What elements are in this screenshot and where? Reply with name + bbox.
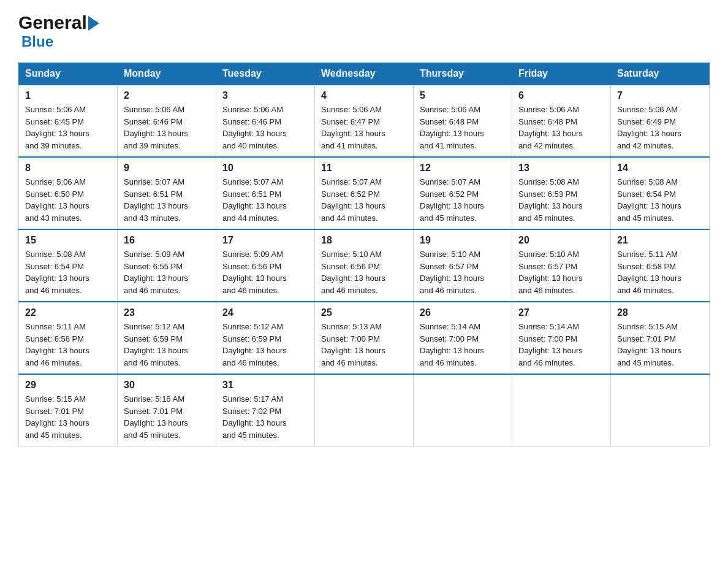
calendar-cell [512,374,611,446]
calendar-cell: 24Sunrise: 5:12 AMSunset: 6:59 PMDayligh… [216,302,315,374]
day-info: Sunrise: 5:15 AMSunset: 7:01 PMDaylight:… [617,321,703,369]
logo-general-text: General [18,12,87,33]
calendar-cell: 2Sunrise: 5:06 AMSunset: 6:46 PMDaylight… [118,85,216,157]
day-number: 7 [617,90,703,101]
calendar-cell [315,374,414,446]
day-info: Sunrise: 5:06 AMSunset: 6:49 PMDaylight:… [617,104,703,151]
calendar-cell: 10Sunrise: 5:07 AMSunset: 6:51 PMDayligh… [216,157,315,229]
calendar-cell: 12Sunrise: 5:07 AMSunset: 6:52 PMDayligh… [414,157,512,229]
day-info: Sunrise: 5:12 AMSunset: 6:59 PMDaylight:… [124,321,210,369]
calendar-week-row: 1Sunrise: 5:06 AMSunset: 6:45 PMDaylight… [19,85,710,157]
day-info: Sunrise: 5:07 AMSunset: 6:52 PMDaylight:… [420,176,506,224]
day-info: Sunrise: 5:07 AMSunset: 6:51 PMDaylight:… [222,176,308,224]
calendar-cell: 19Sunrise: 5:10 AMSunset: 6:57 PMDayligh… [414,229,512,302]
calendar-cell: 23Sunrise: 5:12 AMSunset: 6:59 PMDayligh… [118,302,216,374]
calendar-cell: 3Sunrise: 5:06 AMSunset: 6:46 PMDaylight… [216,85,315,157]
day-info: Sunrise: 5:10 AMSunset: 6:57 PMDaylight:… [518,248,604,296]
calendar-cell: 20Sunrise: 5:10 AMSunset: 6:57 PMDayligh… [512,229,611,302]
calendar-cell: 30Sunrise: 5:16 AMSunset: 7:01 PMDayligh… [118,374,216,446]
day-number: 26 [420,307,506,318]
calendar-cell: 29Sunrise: 5:15 AMSunset: 7:01 PMDayligh… [19,374,118,446]
calendar-week-row: 8Sunrise: 5:06 AMSunset: 6:50 PMDaylight… [19,157,710,229]
calendar-cell: 8Sunrise: 5:06 AMSunset: 6:50 PMDaylight… [19,157,118,229]
day-info: Sunrise: 5:14 AMSunset: 7:00 PMDaylight:… [420,321,506,369]
day-number: 30 [124,380,210,391]
day-info: Sunrise: 5:06 AMSunset: 6:48 PMDaylight:… [518,104,604,151]
day-info: Sunrise: 5:17 AMSunset: 7:02 PMDaylight:… [222,393,308,441]
day-info: Sunrise: 5:06 AMSunset: 6:46 PMDaylight:… [124,104,210,151]
calendar-cell: 21Sunrise: 5:11 AMSunset: 6:58 PMDayligh… [611,229,710,302]
calendar-cell: 6Sunrise: 5:06 AMSunset: 6:48 PMDaylight… [512,85,611,157]
calendar-cell: 28Sunrise: 5:15 AMSunset: 7:01 PMDayligh… [611,302,710,374]
calendar-header-monday: Monday [118,63,216,85]
day-number: 4 [321,90,407,101]
day-number: 10 [222,163,308,174]
day-number: 1 [25,90,111,101]
day-number: 27 [518,307,604,318]
day-info: Sunrise: 5:06 AMSunset: 6:45 PMDaylight:… [25,104,111,151]
day-number: 24 [222,307,308,318]
calendar-cell [611,374,710,446]
logo-blue-text: Blue [21,33,53,50]
calendar-header-sunday: Sunday [19,63,118,85]
calendar-cell: 4Sunrise: 5:06 AMSunset: 6:47 PMDaylight… [315,85,414,157]
calendar-week-row: 29Sunrise: 5:15 AMSunset: 7:01 PMDayligh… [19,374,710,446]
calendar-header-saturday: Saturday [611,63,710,85]
calendar-cell: 25Sunrise: 5:13 AMSunset: 7:00 PMDayligh… [315,302,414,374]
day-info: Sunrise: 5:09 AMSunset: 6:56 PMDaylight:… [222,248,308,296]
day-info: Sunrise: 5:16 AMSunset: 7:01 PMDaylight:… [124,393,210,441]
calendar-week-row: 15Sunrise: 5:08 AMSunset: 6:54 PMDayligh… [19,229,710,302]
day-info: Sunrise: 5:07 AMSunset: 6:52 PMDaylight:… [321,176,407,224]
calendar-cell: 26Sunrise: 5:14 AMSunset: 7:00 PMDayligh… [414,302,512,374]
day-number: 14 [617,163,703,174]
calendar-cell: 22Sunrise: 5:11 AMSunset: 6:58 PMDayligh… [19,302,118,374]
day-number: 19 [420,235,506,246]
calendar-table: SundayMondayTuesdayWednesdayThursdayFrid… [18,63,710,446]
day-info: Sunrise: 5:14 AMSunset: 7:00 PMDaylight:… [518,321,604,369]
calendar-header-thursday: Thursday [414,63,512,85]
logo-text: General [18,12,99,33]
day-number: 18 [321,235,407,246]
logo: General Blue [18,12,99,50]
day-number: 13 [518,163,604,174]
calendar-cell [414,374,512,446]
day-info: Sunrise: 5:08 AMSunset: 6:53 PMDaylight:… [518,176,604,224]
day-number: 20 [518,235,604,246]
day-info: Sunrise: 5:09 AMSunset: 6:55 PMDaylight:… [124,248,210,296]
calendar-header-row: SundayMondayTuesdayWednesdayThursdayFrid… [19,63,710,85]
day-info: Sunrise: 5:15 AMSunset: 7:01 PMDaylight:… [25,393,111,441]
day-info: Sunrise: 5:10 AMSunset: 6:57 PMDaylight:… [420,248,506,296]
calendar-cell: 7Sunrise: 5:06 AMSunset: 6:49 PMDaylight… [611,85,710,157]
day-number: 17 [222,235,308,246]
day-number: 28 [617,307,703,318]
calendar-cell: 27Sunrise: 5:14 AMSunset: 7:00 PMDayligh… [512,302,611,374]
calendar-cell: 16Sunrise: 5:09 AMSunset: 6:55 PMDayligh… [118,229,216,302]
day-number: 5 [420,90,506,101]
calendar-cell: 1Sunrise: 5:06 AMSunset: 6:45 PMDaylight… [19,85,118,157]
calendar-cell: 5Sunrise: 5:06 AMSunset: 6:48 PMDaylight… [414,85,512,157]
day-info: Sunrise: 5:06 AMSunset: 6:48 PMDaylight:… [420,104,506,151]
calendar-cell: 31Sunrise: 5:17 AMSunset: 7:02 PMDayligh… [216,374,315,446]
day-info: Sunrise: 5:06 AMSunset: 6:50 PMDaylight:… [25,176,111,224]
day-number: 6 [518,90,604,101]
day-number: 3 [222,90,308,101]
day-number: 31 [222,380,308,391]
calendar-cell: 15Sunrise: 5:08 AMSunset: 6:54 PMDayligh… [19,229,118,302]
day-info: Sunrise: 5:07 AMSunset: 6:51 PMDaylight:… [124,176,210,224]
day-number: 2 [124,90,210,101]
day-number: 11 [321,163,407,174]
calendar-header-wednesday: Wednesday [315,63,414,85]
calendar-cell: 18Sunrise: 5:10 AMSunset: 6:56 PMDayligh… [315,229,414,302]
day-info: Sunrise: 5:12 AMSunset: 6:59 PMDaylight:… [222,321,308,369]
day-number: 9 [124,163,210,174]
calendar-week-row: 22Sunrise: 5:11 AMSunset: 6:58 PMDayligh… [19,302,710,374]
svg-marker-0 [88,16,99,31]
day-number: 22 [25,307,111,318]
day-number: 29 [25,380,111,391]
day-number: 8 [25,163,111,174]
page-header: General Blue [18,12,710,50]
calendar-cell: 13Sunrise: 5:08 AMSunset: 6:53 PMDayligh… [512,157,611,229]
calendar-cell: 14Sunrise: 5:08 AMSunset: 6:54 PMDayligh… [611,157,710,229]
day-number: 23 [124,307,210,318]
day-info: Sunrise: 5:06 AMSunset: 6:46 PMDaylight:… [222,104,308,151]
